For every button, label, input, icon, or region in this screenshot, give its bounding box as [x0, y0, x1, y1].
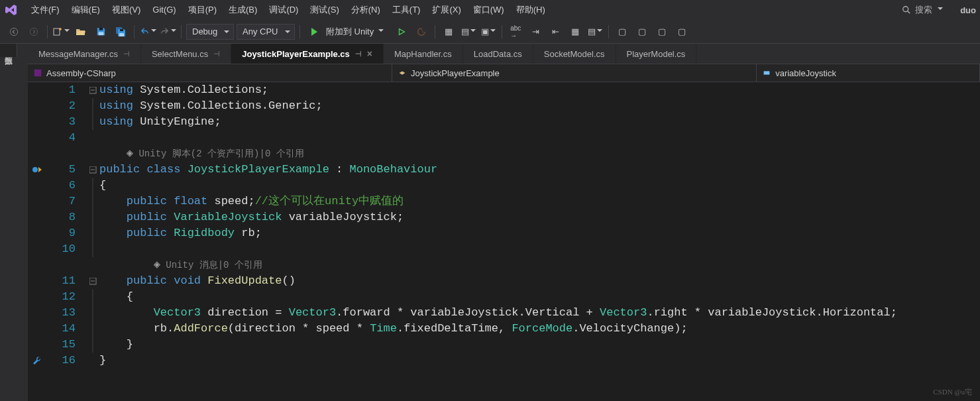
- svg-point-2: [10, 28, 17, 35]
- nav-fwd-button[interactable]: [25, 23, 42, 40]
- doc-tab[interactable]: JoystickPlayerExample.cs⊣×: [231, 44, 384, 64]
- close-icon[interactable]: ×: [367, 48, 372, 59]
- toolbar: Debug Any CPU 附加到 Unity ▦ ▤ ▣ abc→ ⇥ ⇤ ▦…: [0, 20, 980, 44]
- pin-icon[interactable]: ⊣: [213, 50, 220, 58]
- tool-10-button[interactable]: ▢: [653, 23, 671, 40]
- csharp-project-icon: [33, 68, 42, 78]
- play-outline-button[interactable]: [393, 23, 410, 40]
- username-label[interactable]: duo: [960, 5, 976, 15]
- sidebar-tab-datasource[interactable]: 数据源: [0, 44, 17, 57]
- nav-member-dropdown[interactable]: variableJoystick: [757, 64, 980, 82]
- search-icon: [902, 5, 911, 15]
- code-navbar: Assembly-CSharp JoystickPlayerExample va…: [28, 64, 980, 82]
- comment-button[interactable]: ▤: [586, 23, 604, 40]
- tool-3-button[interactable]: ▣: [480, 23, 497, 40]
- tool-6-button[interactable]: ⇤: [547, 23, 564, 40]
- menu-item[interactable]: 视图(V): [106, 2, 146, 17]
- tool-9-button[interactable]: ▢: [633, 23, 651, 40]
- svg-rect-5: [99, 28, 103, 30]
- search-placeholder: 搜索: [915, 4, 932, 16]
- svg-point-11: [32, 167, 38, 172]
- menu-item[interactable]: 分析(N): [345, 2, 386, 17]
- menu-item[interactable]: Git(G): [146, 2, 182, 17]
- tab-label: PlayerModel.cs: [627, 49, 686, 59]
- tab-label: MapHandler.cs: [394, 49, 452, 59]
- field-icon: [762, 68, 771, 78]
- new-button[interactable]: [52, 23, 70, 40]
- menu-item[interactable]: 帮助(H): [510, 2, 551, 17]
- config-dropdown[interactable]: Debug: [186, 24, 234, 40]
- svg-point-0: [903, 7, 908, 12]
- bookmark-button[interactable]: ▢: [614, 23, 631, 40]
- menu-item[interactable]: 项目(P): [182, 2, 223, 17]
- svg-rect-8: [119, 33, 124, 36]
- code-editor[interactable]: 12345678910111213141516 using System.Col…: [28, 82, 980, 401]
- tool-1-button[interactable]: ▦: [440, 23, 457, 40]
- tool-11-button[interactable]: ▢: [673, 23, 690, 40]
- svg-line-1: [908, 11, 910, 14]
- tab-label: LoadData.cs: [474, 49, 522, 59]
- undo-button[interactable]: [139, 23, 156, 40]
- tool-5-button[interactable]: ⇥: [527, 23, 544, 40]
- save-button[interactable]: [92, 23, 109, 40]
- tab-label: MessageManager.cs: [38, 49, 118, 59]
- abc-button[interactable]: abc→: [507, 23, 524, 40]
- menu-item[interactable]: 窗口(W): [467, 2, 510, 17]
- svg-rect-9: [34, 70, 42, 77]
- menu-item[interactable]: 文件(F): [25, 2, 66, 17]
- class-icon: [398, 68, 407, 78]
- open-button[interactable]: [72, 23, 89, 40]
- doc-tab[interactable]: SelectMenu.cs⊣: [141, 44, 231, 64]
- search-box[interactable]: 搜索: [897, 3, 948, 17]
- doc-tab[interactable]: MessageManager.cs⊣: [28, 44, 141, 64]
- menu-item[interactable]: 测试(S): [304, 2, 345, 17]
- menu-item[interactable]: 工具(T): [386, 2, 427, 17]
- tab-label: SelectMenu.cs: [152, 49, 208, 59]
- platform-dropdown[interactable]: Any CPU: [237, 24, 295, 40]
- save-all-button[interactable]: [112, 23, 129, 40]
- chevron-down-icon: [938, 7, 943, 13]
- pin-icon[interactable]: ⊣: [123, 50, 130, 58]
- svg-point-3: [30, 28, 37, 35]
- pin-icon[interactable]: ⊣: [355, 50, 362, 58]
- redo-button[interactable]: [159, 23, 176, 40]
- hot-reload-button: [413, 23, 430, 40]
- nav-class-dropdown[interactable]: JoystickPlayerExample: [392, 64, 757, 82]
- tab-label: SocketModel.cs: [544, 49, 605, 59]
- nav-project-dropdown[interactable]: Assembly-CSharp: [28, 64, 392, 82]
- watermark: CSDN @u宅: [933, 387, 972, 397]
- tool-7-button[interactable]: ▦: [567, 23, 584, 40]
- vs-logo-icon: [4, 3, 19, 17]
- play-icon: [311, 28, 321, 36]
- tool-2-button[interactable]: ▤: [460, 23, 477, 40]
- doc-tab[interactable]: LoadData.cs: [463, 44, 533, 64]
- svg-rect-6: [98, 32, 103, 35]
- svg-rect-4: [54, 29, 60, 35]
- run-button[interactable]: 附加到 Unity: [305, 23, 390, 40]
- document-tabs: MessageManager.cs⊣SelectMenu.cs⊣Joystick…: [0, 44, 980, 64]
- doc-tab[interactable]: SocketModel.cs: [533, 44, 616, 64]
- doc-tab[interactable]: MapHandler.cs: [384, 44, 463, 64]
- menu-item[interactable]: 编辑(E): [66, 2, 106, 17]
- menu-item[interactable]: 扩展(X): [426, 2, 466, 17]
- nav-back-button[interactable]: [5, 23, 23, 40]
- menubar: 文件(F)编辑(E)视图(V)Git(G)项目(P)生成(B)调试(D)测试(S…: [0, 0, 980, 20]
- svg-rect-10: [764, 71, 770, 74]
- menu-item[interactable]: 调试(D): [263, 2, 304, 17]
- left-sidebar: 数据源: [0, 44, 28, 401]
- svg-rect-7: [120, 29, 123, 31]
- tab-label: JoystickPlayerExample.cs: [242, 49, 350, 59]
- doc-tab[interactable]: PlayerModel.cs: [616, 44, 697, 64]
- menu-item[interactable]: 生成(B): [223, 2, 263, 17]
